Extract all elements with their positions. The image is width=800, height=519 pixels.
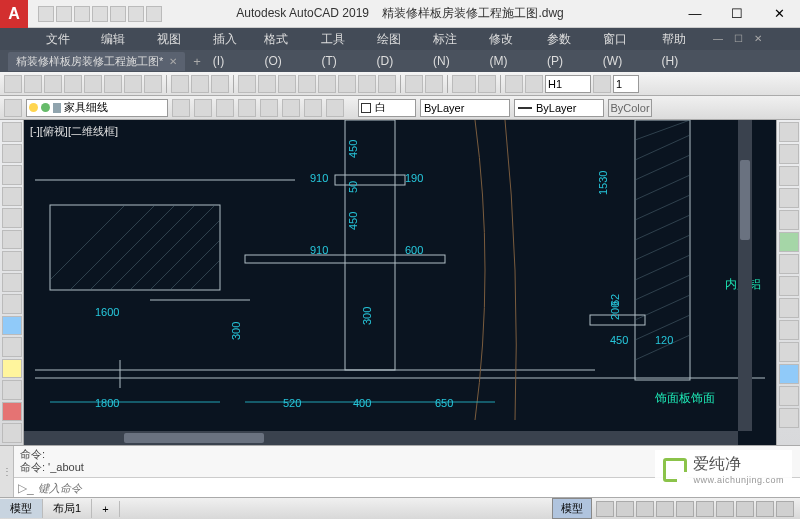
tool-move-icon[interactable] (779, 232, 799, 252)
tool-dtext-icon[interactable] (478, 75, 496, 93)
tool-mtext-icon[interactable] (452, 75, 476, 93)
scrollbar-thumb[interactable] (740, 160, 750, 240)
tool-dimstyle-icon[interactable] (425, 75, 443, 93)
tool-dim-break-icon[interactable] (258, 75, 276, 93)
tool-line-icon[interactable] (2, 122, 22, 142)
close-button[interactable]: ✕ (758, 0, 800, 28)
tool-jog-line-icon[interactable] (338, 75, 356, 93)
tool-dim-continue-icon[interactable] (211, 75, 229, 93)
layer-dropdown[interactable]: 家具细线 (26, 99, 168, 117)
status-anno-icon[interactable] (736, 501, 754, 517)
tool-region-icon[interactable] (2, 380, 22, 400)
tool-point-icon[interactable] (2, 294, 22, 314)
menu-window[interactable]: 窗口(W) (593, 28, 652, 50)
tool-text-align-icon[interactable] (505, 75, 523, 93)
menu-help[interactable]: 帮助(H) (652, 28, 708, 50)
status-lweight-icon[interactable] (716, 501, 734, 517)
tool-tolerance-icon[interactable] (278, 75, 296, 93)
tool-insert-block-icon[interactable] (2, 316, 22, 336)
tool-dim-radius-icon[interactable] (84, 75, 102, 93)
tool-dim-linear-icon[interactable] (4, 75, 22, 93)
tool-table-icon[interactable] (2, 359, 22, 379)
color-dropdown[interactable]: 白 (358, 99, 416, 117)
tool-rectangle-icon[interactable] (2, 208, 22, 228)
qat-save-icon[interactable] (74, 6, 90, 22)
menu-insert[interactable]: 插入(I) (203, 28, 255, 50)
tool-revision-cloud-icon[interactable] (2, 423, 22, 443)
tool-dim-baseline-icon[interactable] (191, 75, 209, 93)
tool-copy-icon[interactable] (779, 144, 799, 164)
qat-new-icon[interactable] (38, 6, 54, 22)
tool-erase-icon[interactable] (779, 122, 799, 142)
tool-dim-angular-icon[interactable] (144, 75, 162, 93)
tool-dim-aligned-icon[interactable] (24, 75, 42, 93)
status-clean-screen-icon[interactable] (776, 501, 794, 517)
layer-freeze-tool-icon[interactable] (260, 99, 278, 117)
status-workspace-icon[interactable] (756, 501, 774, 517)
layer-make-current-icon[interactable] (304, 99, 322, 117)
maximize-button[interactable]: ☐ (716, 0, 758, 28)
tab-layout1[interactable]: 布局1 (43, 499, 92, 518)
tool-wipeout-icon[interactable] (2, 402, 22, 422)
menu-format[interactable]: 格式(O) (254, 28, 311, 50)
layer-iso-icon[interactable] (216, 99, 234, 117)
tool-scale-icon[interactable] (779, 276, 799, 296)
menu-edit[interactable]: 编辑(E) (91, 28, 147, 50)
tool-array-icon[interactable] (779, 210, 799, 230)
tool-rotate-icon[interactable] (779, 254, 799, 274)
tool-dim-tedit-icon[interactable] (378, 75, 396, 93)
qat-open-icon[interactable] (56, 6, 72, 22)
tool-pline-icon[interactable] (2, 144, 22, 164)
plotstyle-dropdown[interactable]: ByColor (608, 99, 652, 117)
tool-inspect-icon[interactable] (318, 75, 336, 93)
qat-saveas-icon[interactable] (92, 6, 108, 22)
text-style-dropdown[interactable]: H1 (545, 75, 591, 93)
drawing-area[interactable]: [-][俯视][二维线框] (24, 120, 776, 445)
vertical-scrollbar[interactable] (738, 120, 752, 431)
new-tab-button[interactable]: + (193, 54, 201, 69)
layer-uniso-icon[interactable] (238, 99, 256, 117)
tool-dim-jogged-icon[interactable] (104, 75, 122, 93)
tool-fillet-icon[interactable] (779, 364, 799, 384)
linetype-dropdown[interactable]: ByLayer (420, 99, 510, 117)
tool-arc-icon[interactable] (2, 187, 22, 207)
tool-dim-quick-icon[interactable] (171, 75, 189, 93)
lineweight-dropdown[interactable]: ByLayer (514, 99, 604, 117)
tool-ellipse-icon[interactable] (2, 230, 22, 250)
horizontal-scrollbar[interactable] (24, 431, 738, 445)
cad-canvas[interactable]: 1600 1800 910 910 190 600 450 50 450 300… (24, 120, 776, 445)
status-ortho-icon[interactable] (636, 501, 654, 517)
tool-make-block-icon[interactable] (2, 337, 22, 357)
tool-trim-icon[interactable] (779, 320, 799, 340)
qat-redo-icon[interactable] (146, 6, 162, 22)
status-snap-icon[interactable] (616, 501, 634, 517)
menu-tools[interactable]: 工具(T) (311, 28, 366, 50)
document-tab-active[interactable]: 精装修样板房装修工程施工图* ✕ (8, 52, 185, 71)
command-grip-icon[interactable]: ⋮ (0, 446, 14, 497)
tool-center-mark-icon[interactable] (298, 75, 316, 93)
menu-dimension[interactable]: 标注(N) (423, 28, 479, 50)
tool-dim-ordinate-icon[interactable] (64, 75, 82, 93)
status-grid-icon[interactable] (596, 501, 614, 517)
tool-hatch-icon[interactable] (2, 251, 22, 271)
layer-off-icon[interactable] (282, 99, 300, 117)
tool-dimstyle-update-icon[interactable] (405, 75, 423, 93)
tool-mirror-icon[interactable] (779, 166, 799, 186)
menu-modify[interactable]: 修改(M) (479, 28, 537, 50)
text-height-input[interactable]: 1 (613, 75, 639, 93)
tool-offset-icon[interactable] (779, 188, 799, 208)
tool-dim-diameter-icon[interactable] (124, 75, 142, 93)
layer-match-icon[interactable] (326, 99, 344, 117)
mdi-restore-icon[interactable]: ☐ (728, 28, 748, 50)
tool-dim-space-icon[interactable] (238, 75, 256, 93)
mdi-close-icon[interactable]: ✕ (748, 28, 768, 50)
tool-chamfer-icon[interactable] (779, 386, 799, 406)
tool-stretch-icon[interactable] (779, 298, 799, 318)
layer-manager-icon[interactable] (4, 99, 22, 117)
status-model-button[interactable]: 模型 (552, 498, 592, 519)
menu-file[interactable]: 文件(F) (36, 28, 91, 50)
layer-previous-icon[interactable] (172, 99, 190, 117)
menu-view[interactable]: 视图(V) (147, 28, 203, 50)
app-logo[interactable]: A (0, 0, 28, 28)
menu-draw[interactable]: 绘图(D) (367, 28, 423, 50)
